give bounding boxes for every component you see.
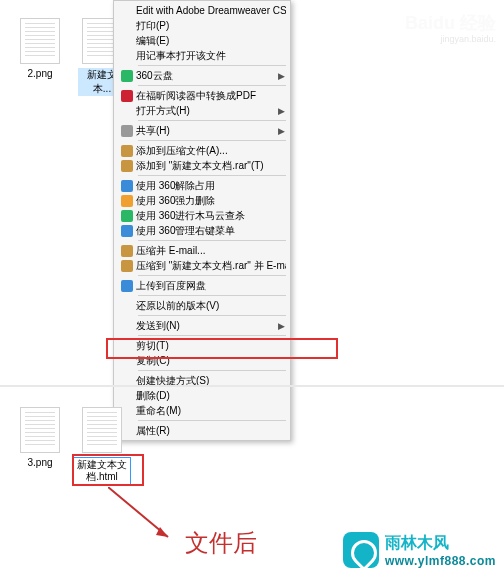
brand-url: www.ylmf888.com <box>385 554 496 568</box>
share-icon <box>118 124 136 138</box>
blue-icon <box>118 224 136 238</box>
svg-rect-2 <box>121 125 133 137</box>
menu-item-label: 在福昕阅读器中转换成PDF <box>136 89 286 103</box>
svg-rect-1 <box>121 90 133 102</box>
menu-item-20[interactable]: 压缩并 E-mail... <box>114 243 290 258</box>
menu-item-23[interactable]: 上传到百度网盘 <box>114 278 290 293</box>
menu-item-label: 添加到压缩文件(A)... <box>136 144 286 158</box>
green-icon <box>118 209 136 223</box>
cloud-icon <box>118 279 136 293</box>
menu-item-3[interactable]: 用记事本打开该文件 <box>114 48 290 63</box>
chevron-right-icon: ▶ <box>276 71 286 81</box>
menu-item-1[interactable]: 打印(P) <box>114 18 290 33</box>
menu-separator <box>138 275 286 276</box>
menu-item-label: 压缩并 E-mail... <box>136 244 286 258</box>
menu-item-18[interactable]: 使用 360管理右键菜单 <box>114 223 290 238</box>
menu-item-10[interactable]: 共享(H)▶ <box>114 123 290 138</box>
svg-rect-0 <box>121 70 133 82</box>
menu-item-label: Edit with Adobe Dreamweaver CS6 <box>136 5 286 16</box>
chevron-right-icon: ▶ <box>276 321 286 331</box>
menu-item-29[interactable]: 剪切(T) <box>114 338 290 353</box>
menu-separator <box>138 370 286 371</box>
blank-icon <box>118 319 136 333</box>
svg-rect-4 <box>121 160 133 172</box>
brand-name: 雨林木风 <box>385 533 496 554</box>
menu-item-label: 添加到 "新建文本文档.rar"(T) <box>136 159 286 173</box>
menu-item-label: 还原以前的版本(V) <box>136 299 286 313</box>
menu-separator <box>138 120 286 121</box>
file-3png[interactable]: 3.png <box>16 407 64 468</box>
menu-item-label: 打印(P) <box>136 19 286 33</box>
menu-item-8[interactable]: 打开方式(H)▶ <box>114 103 290 118</box>
menu-item-label: 剪切(T) <box>136 339 286 353</box>
menu-item-2[interactable]: 编辑(E) <box>114 33 290 48</box>
orange-icon <box>118 194 136 208</box>
menu-item-7[interactable]: 在福昕阅读器中转换成PDF <box>114 88 290 103</box>
menu-separator <box>138 175 286 176</box>
file-thumb <box>20 407 60 453</box>
zip-icon <box>118 159 136 173</box>
svg-rect-9 <box>121 245 133 257</box>
menu-separator <box>138 315 286 316</box>
menu-item-12[interactable]: 添加到压缩文件(A)... <box>114 143 290 158</box>
svg-rect-5 <box>121 180 133 192</box>
file-thumb <box>20 18 60 64</box>
zip-icon <box>118 244 136 258</box>
menu-item-25[interactable]: 还原以前的版本(V) <box>114 298 290 313</box>
menu-item-label: 压缩到 "新建文本文档.rar" 并 E-mail <box>136 259 286 273</box>
menu-item-label: 使用 360强力删除 <box>136 194 286 208</box>
blank-icon <box>118 104 136 118</box>
brand-icon <box>343 532 379 568</box>
rename-input[interactable]: 新建文本文档.html <box>73 457 131 485</box>
menu-item-30[interactable]: 复制(C) <box>114 353 290 368</box>
menu-separator <box>138 85 286 86</box>
annotation-text: 文件后 <box>185 527 257 559</box>
menu-item-5[interactable]: 360云盘▶ <box>114 68 290 83</box>
menu-item-13[interactable]: 添加到 "新建文本文档.rar"(T) <box>114 158 290 173</box>
svg-rect-3 <box>121 145 133 157</box>
menu-item-label: 360云盘 <box>136 69 276 83</box>
menu-item-15[interactable]: 使用 360解除占用 <box>114 178 290 193</box>
menu-item-17[interactable]: 使用 360进行木马云查杀 <box>114 208 290 223</box>
brand-badge: 雨林木风 www.ylmf888.com <box>343 532 496 568</box>
blank-icon <box>118 49 136 63</box>
menu-item-label: 发送到(N) <box>136 319 276 333</box>
chevron-right-icon: ▶ <box>276 126 286 136</box>
360-icon <box>118 69 136 83</box>
blue-icon <box>118 179 136 193</box>
file-2png[interactable]: 2.png <box>16 18 64 79</box>
menu-separator <box>138 240 286 241</box>
blank-icon <box>118 299 136 313</box>
svg-rect-7 <box>121 210 133 222</box>
context-menu: Edit with Adobe Dreamweaver CS6打印(P)编辑(E… <box>113 0 291 441</box>
menu-item-label: 使用 360管理右键菜单 <box>136 224 286 238</box>
menu-item-label: 打开方式(H) <box>136 104 276 118</box>
blank-icon <box>118 354 136 368</box>
file-label: 3.png <box>16 457 64 468</box>
menu-separator <box>138 65 286 66</box>
menu-item-label: 上传到百度网盘 <box>136 279 286 293</box>
zip-icon <box>118 144 136 158</box>
menu-item-27[interactable]: 发送到(N)▶ <box>114 318 290 333</box>
watermark: Baidu 经验 jingyan.baidu. <box>405 13 496 45</box>
menu-separator <box>138 295 286 296</box>
menu-item-label: 用记事本打开该文件 <box>136 49 286 63</box>
menu-separator <box>138 335 286 336</box>
menu-separator <box>138 140 286 141</box>
svg-rect-10 <box>121 260 133 272</box>
menu-item-label: 编辑(E) <box>136 34 286 48</box>
svg-rect-6 <box>121 195 133 207</box>
chevron-right-icon: ▶ <box>276 106 286 116</box>
menu-item-label: 使用 360进行木马云查杀 <box>136 209 286 223</box>
menu-item-0[interactable]: Edit with Adobe Dreamweaver CS6 <box>114 3 290 18</box>
file-thumb <box>82 407 122 453</box>
menu-item-label: 复制(C) <box>136 354 286 368</box>
blank-icon <box>118 339 136 353</box>
menu-item-16[interactable]: 使用 360强力删除 <box>114 193 290 208</box>
file-newhtml[interactable]: 新建文本文档.html <box>78 407 126 485</box>
file-label: 2.png <box>16 68 64 79</box>
svg-rect-11 <box>121 280 133 292</box>
zip-icon <box>118 259 136 273</box>
menu-item-21[interactable]: 压缩到 "新建文本文档.rar" 并 E-mail <box>114 258 290 273</box>
svg-rect-8 <box>121 225 133 237</box>
